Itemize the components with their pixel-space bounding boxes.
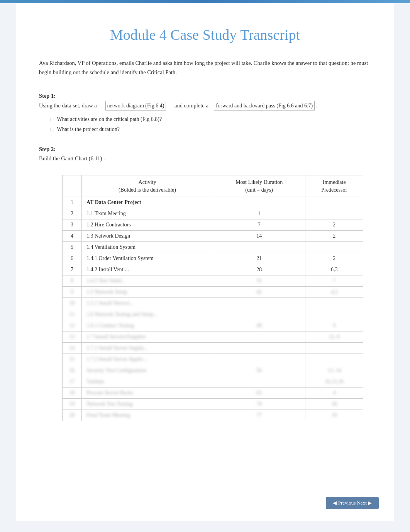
cell-duration — [213, 376, 305, 388]
cell-duration — [213, 298, 305, 309]
cell-predecessor — [305, 242, 363, 253]
cell-num: 5 — [63, 242, 82, 253]
cell-activity: 1.7.2 Install Server Applic... — [82, 354, 213, 365]
cell-num: 19 — [63, 399, 82, 410]
cell-num: 12 — [63, 320, 82, 331]
cell-activity: 1.6.1 Conduct Testing — [82, 320, 213, 331]
cell-duration — [213, 309, 305, 320]
cell-predecessor: 12, 8 — [305, 331, 363, 343]
cell-num: 13 — [63, 331, 82, 343]
nav-button[interactable]: ◀ Previous Next ▶ — [326, 497, 379, 509]
cell-duration — [213, 354, 305, 365]
col-duration: Most Likely Duration(unit = days) — [213, 175, 305, 197]
table-row: 41.3 Network Design142 — [63, 231, 363, 242]
cell-activity: 1.5 Network Setup — [82, 287, 213, 298]
cell-activity: 1.3 Network Design — [82, 231, 213, 242]
table-row: 81.4.3 Test Ventil...357 — [63, 275, 363, 287]
table-body: 1AT Data Center Project21.1 Team Meeting… — [63, 197, 363, 421]
table-row: 71.4.2 Install Venti...286,3 — [63, 264, 363, 275]
cell-predecessor: 4,3 — [305, 287, 363, 298]
cell-predecessor — [305, 309, 363, 320]
cell-duration: 21 — [213, 253, 305, 264]
cell-num: 9 — [63, 287, 82, 298]
table-row: 18Procure Server Racks634 — [63, 388, 363, 399]
cell-predecessor: 4 — [305, 388, 363, 399]
cell-predecessor — [305, 354, 363, 365]
step1-desc-part1: Using the data set, draw a — [39, 102, 97, 109]
cell-duration — [213, 197, 305, 208]
cell-num: 7 — [63, 264, 82, 275]
table-row: 31.2 Hire Contractors72 — [63, 219, 363, 231]
cell-duration: 42 — [213, 287, 305, 298]
cell-duration — [213, 343, 305, 354]
cell-num: 16 — [63, 365, 82, 376]
cell-activity: 1.7.1 Install Server Supply... — [82, 343, 213, 354]
page-wrapper: Module 4 Case Study Transcript Ava Richa… — [16, 3, 394, 521]
cell-duration: 77 — [213, 410, 305, 421]
col-predecessor: ImmediatePredecessor — [305, 175, 363, 197]
cell-predecessor — [305, 298, 363, 309]
cell-duration — [213, 242, 305, 253]
cell-activity: Security Test Configuration — [82, 365, 213, 376]
cell-num: 20 — [63, 410, 82, 421]
cell-num: 10 — [63, 298, 82, 309]
cell-predecessor: 7 — [305, 275, 363, 287]
step2-label: Step 2: — [39, 146, 371, 153]
cell-predecessor: 2 — [305, 253, 363, 264]
table-row: 19Network Test Testing7018 — [63, 399, 363, 410]
table-row: 151.7.2 Install Server Applic... — [63, 354, 363, 365]
cell-predecessor: 2 — [305, 231, 363, 242]
step1-desc-suffix: . — [316, 102, 318, 109]
cell-num: 3 — [63, 219, 82, 231]
cell-predecessor: 19 — [305, 410, 363, 421]
table-row: 16Security Test Configuration5613, 14 — [63, 365, 363, 376]
cell-predecessor — [305, 208, 363, 219]
activity-table: Activity(Bolded is the deliverable) Most… — [62, 175, 363, 421]
cell-activity: 1.4.3 Test Ventil... — [82, 275, 213, 287]
cell-activity: Final Team Meeting — [82, 410, 213, 421]
table-row: 21.1 Team Meeting1 — [63, 208, 363, 219]
cell-activity: Validate — [82, 376, 213, 388]
cell-num: 4 — [63, 231, 82, 242]
cell-activity: 1.5.1 Install Networ... — [82, 298, 213, 309]
table-row: 51.4 Ventilation System — [63, 242, 363, 253]
step1-desc-part2: and complete a — [175, 102, 208, 109]
page-title: Module 4 Case Study Transcript — [39, 19, 371, 43]
cell-duration: 63 — [213, 388, 305, 399]
cell-duration: 56 — [213, 365, 305, 376]
cell-duration: 28 — [213, 264, 305, 275]
bullet-1: What activities are on the critical path… — [51, 114, 371, 124]
table-row: 141.7.1 Install Server Supply... — [63, 343, 363, 354]
cell-predecessor: 6,3 — [305, 264, 363, 275]
table-row: 20Final Team Meeting7719 — [63, 410, 363, 421]
cell-num: 6 — [63, 253, 82, 264]
table-row: 61.4.1 Order Ventilation System212 — [63, 253, 363, 264]
cell-num: 1 — [63, 197, 82, 208]
table-header-row: Activity(Bolded is the deliverable) Most… — [63, 175, 363, 197]
cell-predecessor — [305, 343, 363, 354]
cell-duration: 1 — [213, 208, 305, 219]
cell-activity: AT Data Center Project — [82, 197, 213, 208]
step1-description: Using the data set, draw a network diagr… — [39, 101, 371, 110]
cell-duration: 35 — [213, 275, 305, 287]
step1-highlight1: network diagram (Fig 6.4) — [105, 101, 166, 110]
cell-activity: 1.7 Install Servers/Supplies — [82, 331, 213, 343]
table-row: 111.6 Network Testing and Setup... — [63, 309, 363, 320]
cell-num: 15 — [63, 354, 82, 365]
nav-button-label: ◀ Previous Next ▶ — [333, 500, 372, 506]
cell-predecessor: 16,15,16 — [305, 376, 363, 388]
cell-duration — [213, 331, 305, 343]
cell-num: 14 — [63, 343, 82, 354]
cell-activity: 1.6 Network Testing and Setup... — [82, 309, 213, 320]
cell-activity: 1.1 Team Meeting — [82, 208, 213, 219]
step2-section: Step 2: Build the Gantt Chart (6.11) . — [39, 146, 371, 163]
cell-num: 2 — [63, 208, 82, 219]
cell-duration: 14 — [213, 231, 305, 242]
step1-label: Step 1: — [39, 93, 371, 99]
intro-text: Ava Richardson, VP of Operations, emails… — [39, 59, 371, 77]
cell-num: 8 — [63, 275, 82, 287]
cell-num: 11 — [63, 309, 82, 320]
cell-duration: 70 — [213, 399, 305, 410]
cell-predecessor: 18 — [305, 399, 363, 410]
cell-predecessor: 2 — [305, 219, 363, 231]
